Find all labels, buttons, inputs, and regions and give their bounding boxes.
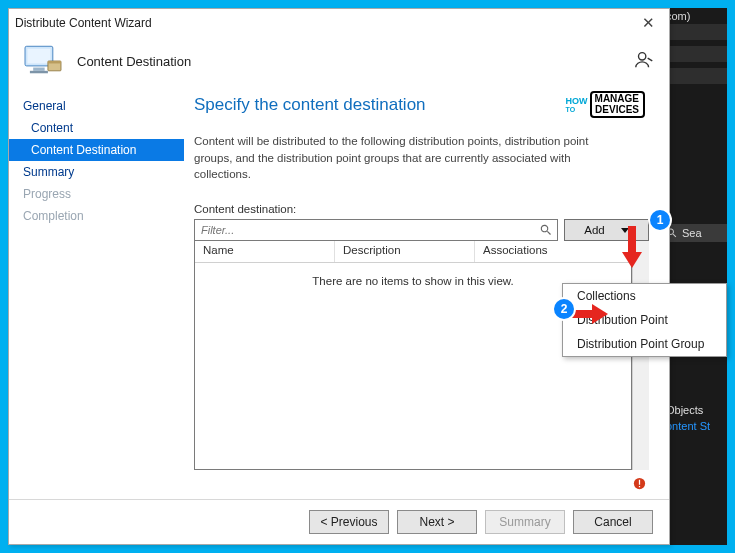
- sidebar-content[interactable]: Content: [9, 117, 184, 139]
- sidebar-content-destination[interactable]: Content Destination: [9, 139, 184, 161]
- close-icon[interactable]: ✕: [634, 14, 663, 32]
- annotation-badge-2: 2: [554, 299, 574, 319]
- next-button[interactable]: Next >: [397, 510, 477, 534]
- filter-input[interactable]: [199, 220, 539, 240]
- watermark: HOW TO MANAGE DEVICES: [566, 91, 645, 118]
- sidebar-completion: Completion: [9, 205, 184, 227]
- dialog-title: Distribute Content Wizard: [15, 16, 152, 30]
- annotation-badge-1: 1: [650, 210, 670, 230]
- dialog-header: Content Destination: [9, 37, 669, 89]
- annotation-arrow-1: [618, 222, 646, 270]
- svg-rect-9: [639, 486, 640, 487]
- sidebar-progress: Progress: [9, 183, 184, 205]
- bg-top-tag: com): [662, 8, 727, 24]
- svg-rect-5: [48, 61, 61, 63]
- destination-label: Content destination:: [194, 203, 649, 215]
- titlebar: Distribute Content Wizard ✕: [9, 9, 669, 37]
- background-panel: com) Sea Objects ontent St: [662, 8, 727, 545]
- wizard-footer: < Previous Next > Summary Cancel: [9, 499, 669, 544]
- svg-marker-11: [622, 252, 642, 268]
- svg-rect-3: [30, 71, 48, 73]
- wizard-icon: [23, 43, 63, 79]
- menu-distribution-point-group[interactable]: Distribution Point Group: [563, 332, 726, 356]
- svg-point-6: [639, 52, 646, 59]
- svg-rect-1: [27, 49, 50, 64]
- svg-rect-8: [639, 480, 640, 485]
- filter-box[interactable]: [194, 219, 558, 241]
- wizard-dialog: Distribute Content Wizard ✕ Content Dest…: [8, 8, 670, 545]
- user-icon: [633, 49, 655, 74]
- svg-marker-13: [592, 304, 608, 324]
- col-name[interactable]: Name: [195, 241, 335, 262]
- col-description[interactable]: Description: [335, 241, 475, 262]
- bg-objects-label: Objects: [662, 402, 727, 418]
- sidebar-general[interactable]: General: [9, 95, 184, 117]
- svg-rect-2: [33, 68, 44, 71]
- header-label: Content Destination: [77, 54, 191, 69]
- summary-button: Summary: [485, 510, 565, 534]
- wizard-sidebar: General Content Content Destination Summ…: [9, 89, 184, 499]
- sidebar-summary[interactable]: Summary: [9, 161, 184, 183]
- cancel-button[interactable]: Cancel: [573, 510, 653, 534]
- error-icon: [632, 476, 647, 491]
- bg-search-box[interactable]: Sea: [662, 224, 727, 242]
- page-description: Content will be distributed to the follo…: [194, 133, 624, 183]
- bg-link[interactable]: ontent St: [662, 418, 727, 434]
- empty-message: There are no items to show in this view.: [312, 275, 513, 287]
- search-icon: [539, 223, 553, 237]
- previous-button[interactable]: < Previous: [309, 510, 389, 534]
- col-associations[interactable]: Associations: [475, 241, 631, 262]
